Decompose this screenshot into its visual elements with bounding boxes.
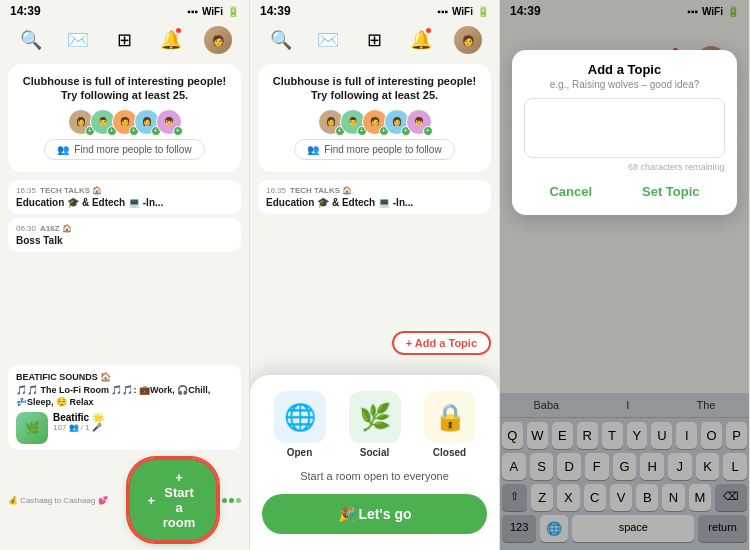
room-list: 16:35 TECH TALKS 🏠 Education 🎓 & Edtech … — [0, 176, 249, 366]
battery-icon: 🔋 — [477, 6, 489, 17]
nav-bar-2: 🔍 ✉️ ⊞ 🔔 🧑 — [250, 20, 499, 60]
search-icon[interactable]: 🔍 — [17, 26, 45, 54]
find-more-button[interactable]: 👥 Find more people to follow — [44, 139, 204, 160]
open-room-label: Open — [287, 447, 313, 458]
lets-go-button[interactable]: 🎉 Let's go — [262, 494, 487, 534]
panel-1: 14:39 ▪▪▪ WiFi 🔋 🔍 ✉️ ⊞ 🔔 🧑 Clubhouse is… — [0, 0, 250, 550]
room-meta: 16:35 TECH TALKS 🏠 — [266, 186, 483, 195]
inbox-icon[interactable]: ✉️ — [314, 26, 342, 54]
modal-actions: Cancel Set Topic — [524, 180, 724, 203]
room-time: 06:30 — [16, 224, 36, 233]
room-meta: 16:35 TECH TALKS 🏠 — [16, 186, 233, 195]
room-tag: TECH TALKS 🏠 — [40, 186, 102, 195]
promo-title: Clubhouse is full of interesting people!… — [18, 74, 231, 103]
avatar-5: 👦+ — [156, 109, 182, 135]
topic-modal-sub: e.g., Raising wolves – good idea? — [524, 79, 724, 90]
cashbag-text: 💰 Cashaag to Cashaag 💕 — [8, 496, 122, 505]
battery-icon: 🔋 — [227, 6, 239, 17]
social-room-label: Social — [360, 447, 389, 458]
find-more-icon: 👥 — [57, 144, 69, 155]
status-icons-2: ▪▪▪ WiFi 🔋 — [437, 6, 489, 17]
start-room-wrapper: + + Start a room — [128, 458, 242, 542]
signal-icon: ▪▪▪ — [437, 6, 448, 17]
promo-card: Clubhouse is full of interesting people!… — [8, 64, 241, 172]
wifi-icon: WiFi — [202, 6, 223, 17]
room-type-desc: Start a room open to everyone — [262, 470, 487, 482]
beatific-room[interactable]: BEATIFIC SOUNDS 🏠🎵🎵 The Lo-Fi Room 🎵🎵: 💼… — [8, 365, 241, 450]
dots-icon[interactable] — [222, 498, 241, 503]
beatific-name: Beatific 🌟 — [53, 412, 233, 423]
start-room-label: + Start a room — [160, 470, 198, 530]
plus-icon: + — [148, 493, 156, 508]
room-title: Education 🎓 & Edtech 💻 -In... — [16, 197, 233, 208]
room-type-closed[interactable]: 🔒 Closed — [424, 391, 476, 458]
status-bar-1: 14:39 ▪▪▪ WiFi 🔋 — [0, 0, 249, 20]
lets-go-label: 🎉 Let's go — [338, 506, 412, 522]
panel-3: 14:39 ▪▪▪ WiFi 🔋 🔍 ✉️ ⊞ 🔔 🧑 TECH TALKS 🏠… — [500, 0, 750, 550]
add-topic-badge[interactable]: + Add a Topic — [392, 331, 491, 355]
closed-room-icon: 🔒 — [424, 391, 476, 443]
char-count: 68 characters remaining — [524, 162, 724, 172]
room-title: Boss Talk — [16, 235, 233, 246]
status-time-1: 14:39 — [10, 4, 41, 18]
start-room-button[interactable]: + + Start a room — [128, 458, 219, 542]
inbox-icon[interactable]: ✉️ — [64, 26, 92, 54]
nav-bar-1: 🔍 ✉️ ⊞ 🔔 🧑 — [0, 20, 249, 60]
topic-input[interactable] — [524, 98, 724, 158]
topic-modal-title: Add a Topic — [524, 62, 724, 77]
set-topic-button[interactable]: Set Topic — [626, 180, 716, 203]
room-time: 16:35 — [16, 186, 36, 195]
grid-icon[interactable]: ⊞ — [360, 26, 388, 54]
grid-icon[interactable]: ⊞ — [110, 26, 138, 54]
beatific-avatar: 🌿 — [16, 412, 48, 444]
notif-dot — [176, 28, 181, 33]
room-type-social[interactable]: 🌿 Social — [349, 391, 401, 458]
search-icon[interactable]: 🔍 — [267, 26, 295, 54]
room-meta: 06:30 A16Z 🏠 — [16, 224, 233, 233]
find-more-button-2[interactable]: 👥 Find more people to follow — [294, 139, 454, 160]
room-types: 🌐 Open 🌿 Social 🔒 Closed — [262, 391, 487, 458]
topic-modal: Add a Topic e.g., Raising wolves – good … — [512, 50, 736, 215]
avatar-row: 👩+ 👨+ 🧑+ 👩+ 👦+ — [18, 109, 231, 135]
beatific-header: BEATIFIC SOUNDS 🏠🎵🎵 The Lo-Fi Room 🎵🎵: 💼… — [16, 371, 233, 409]
cancel-button[interactable]: Cancel — [533, 180, 608, 203]
list-item[interactable]: 06:30 A16Z 🏠 Boss Talk — [8, 218, 241, 252]
bell-icon[interactable]: 🔔 — [157, 26, 185, 54]
panel-2: 14:39 ▪▪▪ WiFi 🔋 🔍 ✉️ ⊞ 🔔 🧑 Clubhouse is… — [250, 0, 500, 550]
beatific-body: 🌿 Beatific 🌟 107 👥 / 1 🎤 — [16, 412, 233, 444]
beatific-stats: 107 👥 / 1 🎤 — [53, 423, 233, 432]
promo-card-2: Clubhouse is full of interesting people!… — [258, 64, 491, 172]
avatar[interactable]: 🧑 — [454, 26, 482, 54]
notif-dot — [426, 28, 431, 33]
promo-title-2: Clubhouse is full of interesting people!… — [268, 74, 481, 103]
room-tag: A16Z 🏠 — [40, 224, 72, 233]
find-more-label: Find more people to follow — [74, 144, 191, 155]
avatar-p2-5: 👦+ — [406, 109, 432, 135]
modal-overlay: Add a Topic e.g., Raising wolves – good … — [500, 0, 749, 550]
start-room-area: 💰 Cashaag to Cashaag 💕 + + Start a room — [0, 450, 249, 550]
status-bar-2: 14:39 ▪▪▪ WiFi 🔋 — [250, 0, 499, 20]
beatific-info: Beatific 🌟 107 👥 / 1 🎤 — [53, 412, 233, 432]
closed-room-label: Closed — [433, 447, 466, 458]
wifi-icon: WiFi — [452, 6, 473, 17]
status-icons-1: ▪▪▪ WiFi 🔋 — [187, 6, 239, 17]
status-time-2: 14:39 — [260, 4, 291, 18]
signal-icon: ▪▪▪ — [187, 6, 198, 17]
open-room-icon: 🌐 — [274, 391, 326, 443]
list-item[interactable]: 16:35 TECH TALKS 🏠 Education 🎓 & Edtech … — [8, 180, 241, 214]
room-type-open[interactable]: 🌐 Open — [274, 391, 326, 458]
room-tag: TECH TALKS 🏠 — [290, 186, 352, 195]
bell-icon[interactable]: 🔔 — [407, 26, 435, 54]
room-type-sheet: + Add a Topic 🌐 Open 🌿 Social 🔒 Closed S… — [250, 375, 499, 550]
avatar-row-2: 👩+ 👨+ 🧑+ 👩+ 👦+ — [268, 109, 481, 135]
room-title: Education 🎓 & Edtech 💻 -In... — [266, 197, 483, 208]
avatar[interactable]: 🧑 — [204, 26, 232, 54]
list-item[interactable]: 16:35 TECH TALKS 🏠 Education 🎓 & Edtech … — [258, 180, 491, 214]
social-room-icon: 🌿 — [349, 391, 401, 443]
find-more-label-2: Find more people to follow — [324, 144, 441, 155]
room-time: 16:35 — [266, 186, 286, 195]
